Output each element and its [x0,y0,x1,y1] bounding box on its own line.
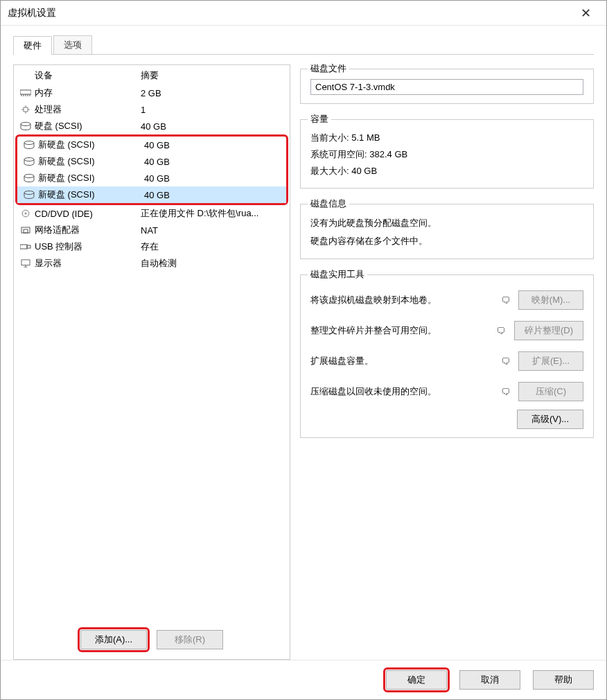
device-name: 新硬盘 (SCSI) [37,155,144,168]
device-name: CD/DVD (IDE) [33,209,141,219]
help-button[interactable]: 帮助 [533,670,594,690]
net-icon [18,226,33,234]
disk-file-legend: 磁盘文件 [308,62,349,75]
device-row[interactable]: CD/DVD (IDE)正在使用文件 D:\软件包\rua... [14,205,290,222]
device-row[interactable]: 新硬盘 (SCSI)40 GB [17,186,286,203]
svg-rect-0 [20,90,31,94]
col-device: 设备 [33,69,141,82]
device-summary: 存在 [141,240,285,253]
usb-icon [18,243,33,251]
ok-button[interactable]: 确定 [386,670,447,690]
new-disks-highlight: 新硬盘 (SCSI)40 GB新硬盘 (SCSI)40 GB新硬盘 (SCSI)… [15,134,288,205]
device-name: 新硬盘 (SCSI) [37,189,144,201]
speech-icon: 🗨 [499,387,511,396]
speech-icon: 🗨 [495,326,507,335]
disk-icon [21,174,37,182]
disk-info-line1: 没有为此硬盘预分配磁盘空间。 [310,214,583,232]
device-summary: 40 GB [144,157,282,167]
disk-info-legend: 磁盘信息 [308,198,349,210]
col-summary: 摘要 [141,69,285,82]
cd-icon [18,209,33,218]
disk-file-input[interactable] [310,79,583,95]
svg-point-15 [24,191,34,195]
device-summary: 自动检测 [141,257,285,270]
cpu-icon [18,105,33,114]
disk-info-group: 磁盘信息 没有为此硬盘预分配磁盘空间。 硬盘内容存储在多个文件中。 [300,204,594,259]
device-summary: NAT [141,225,285,236]
device-summary: 1 [141,105,285,115]
capacity-group: 容量 当前大小: 5.1 MB 系统可用空间: 382.4 GB 最大大小: 4… [300,119,594,189]
tabs: 硬件 选项 [13,35,594,55]
device-name: 显示器 [33,257,141,270]
device-row[interactable]: 新硬盘 (SCSI)40 GB [17,153,286,170]
svg-rect-21 [27,245,30,248]
device-name: 新硬盘 (SCSI) [37,172,144,184]
vm-settings-window: 虚拟机设置 ✕ 硬件 选项 设备 摘要 内存2 GB处理器1硬盘 (SCSI)4… [0,0,607,700]
device-row[interactable]: USB 控制器存在 [14,238,290,255]
titlebar: 虚拟机设置 ✕ [1,1,606,26]
add-button[interactable]: 添加(A)... [80,630,147,649]
device-name: 新硬盘 (SCSI) [37,139,144,151]
disk-file-group: 磁盘文件 [300,69,594,104]
device-row[interactable]: 新硬盘 (SCSI)40 GB [17,170,286,186]
utilities-legend: 磁盘实用工具 [308,268,367,281]
disk-info-line2: 硬盘内容存储在多个文件中。 [310,232,583,250]
disk-icon [21,141,37,149]
utilities-group: 磁盘实用工具 将该虚拟机磁盘映射到本地卷。 🗨 映射(M)... 整理文件碎片并… [300,274,594,438]
map-button[interactable]: 映射(M)... [518,290,583,310]
util-defrag-text: 整理文件碎片并整合可用空间。 [310,324,488,337]
device-row[interactable]: 显示器自动检测 [14,255,290,272]
svg-point-14 [24,175,34,178]
disk-icon [21,157,37,166]
expand-button[interactable]: 扩展(E)... [518,351,583,371]
capacity-max: 最大大小: 40 GB [310,163,583,180]
svg-rect-22 [21,260,30,265]
panes: 设备 摘要 内存2 GB处理器1硬盘 (SCSI)40 GB 新硬盘 (SCSI… [10,55,597,660]
tab-hardware[interactable]: 硬件 [13,36,52,55]
capacity-legend: 容量 [308,113,331,125]
device-name: 硬盘 (SCSI) [33,120,141,132]
svg-point-13 [24,158,34,161]
device-name: 网络适配器 [33,224,141,236]
close-icon[interactable]: ✕ [572,2,599,24]
remove-button[interactable]: 移除(R) [157,630,223,649]
device-row[interactable]: 内存2 GB [14,85,290,101]
util-map-text: 将该虚拟机磁盘映射到本地卷。 [310,294,492,306]
display-icon [18,259,33,268]
util-expand-row: 扩展磁盘容量。 🗨 扩展(E)... [310,346,583,376]
memory-icon [18,89,33,97]
device-row[interactable]: 新硬盘 (SCSI)40 GB [17,137,286,153]
dialog-body: 硬件 选项 设备 摘要 内存2 GB处理器1硬盘 (SCSI)40 GB 新硬盘… [1,26,606,660]
compact-button[interactable]: 压缩(C) [518,382,583,401]
device-row[interactable]: 网络适配器NAT [14,222,290,238]
svg-point-11 [21,123,30,126]
svg-point-16 [22,210,29,217]
device-table: 设备 摘要 内存2 GB处理器1硬盘 (SCSI)40 GB 新硬盘 (SCSI… [14,65,290,623]
util-compact-text: 压缩磁盘以回收未使用的空间。 [310,385,492,398]
disk-icon [18,122,33,130]
device-summary: 40 GB [144,190,282,200]
svg-rect-18 [21,227,30,233]
svg-rect-6 [24,107,28,112]
tab-options[interactable]: 选项 [53,35,92,54]
device-summary: 2 GB [141,88,285,98]
disk-icon [21,191,37,199]
capacity-current: 当前大小: 5.1 MB [310,130,583,146]
advanced-button[interactable]: 高级(V)... [517,410,583,429]
svg-rect-19 [24,229,28,233]
capacity-free: 系统可用空间: 382.4 GB [310,146,583,163]
device-summary: 40 GB [141,121,285,132]
device-summary: 40 GB [144,140,282,150]
device-name: 处理器 [33,103,141,116]
dialog-footer: 确定 取消 帮助 [1,660,606,699]
cancel-button[interactable]: 取消 [459,670,520,690]
util-compact-row: 压缩磁盘以回收未使用的空间。 🗨 压缩(C) [310,376,583,407]
device-summary: 正在使用文件 D:\软件包\rua... [141,207,285,220]
device-list-pane: 设备 摘要 内存2 GB处理器1硬盘 (SCSI)40 GB 新硬盘 (SCSI… [13,64,290,660]
defrag-button[interactable]: 碎片整理(D) [514,321,583,340]
device-row[interactable]: 硬盘 (SCSI)40 GB [14,118,290,134]
device-row[interactable]: 处理器1 [14,101,290,118]
device-actions: 添加(A)... 移除(R) [14,623,290,659]
device-table-header: 设备 摘要 [14,65,290,85]
svg-rect-20 [20,245,27,249]
